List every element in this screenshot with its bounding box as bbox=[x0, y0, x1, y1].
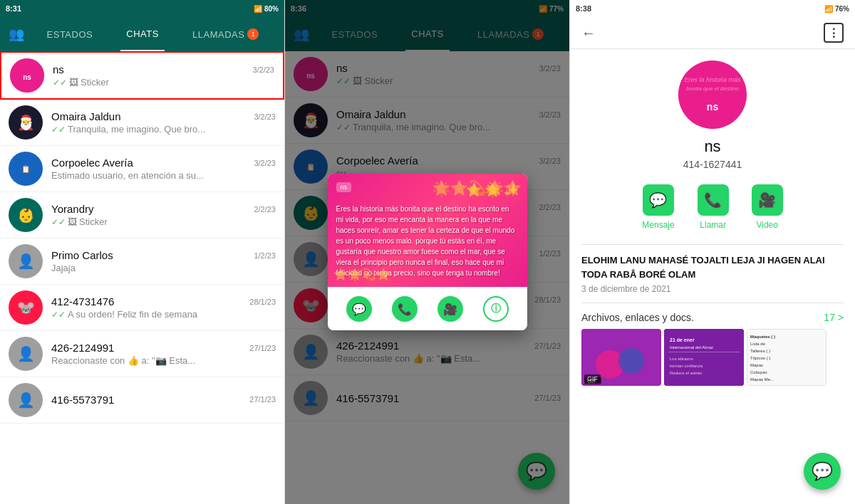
profile-message-label: Mensaje bbox=[642, 220, 674, 230]
profile-message-action[interactable]: 💬 Mensaje bbox=[642, 184, 674, 230]
profile-actions: 💬 Mensaje 📞 Llamar 🎥 Video bbox=[642, 184, 782, 230]
tab-estados-1[interactable]: Estados bbox=[41, 17, 99, 51]
svg-text:Internacional del Abraz: Internacional del Abraz bbox=[670, 345, 713, 350]
svg-rect-17 bbox=[668, 352, 740, 352]
svg-text:Mapas: Mapas bbox=[750, 363, 763, 367]
svg-text:forman confianza: forman confianza bbox=[670, 364, 703, 368]
sticker-icon-1: 🖼 bbox=[69, 77, 78, 88]
contact-popup: ns ⭐🌟✨ Eres la historia más bonita que e… bbox=[328, 174, 527, 330]
modal-message-icon: 💬 bbox=[346, 296, 372, 322]
avatar-omaira-1: 🎅 bbox=[9, 105, 43, 140]
profile-phone: 414-1627441 bbox=[683, 159, 742, 170]
panel-chats-2: 8:36 📶 77% 👥 Estados Chats Llamadas 1 ns bbox=[285, 0, 570, 504]
svg-text:ns: ns bbox=[23, 73, 31, 81]
modal-info-icon: ⓘ bbox=[483, 296, 509, 322]
tab-llamadas-1[interactable]: Llamadas 1 bbox=[187, 17, 264, 51]
more-options-button[interactable]: ⋮ bbox=[824, 23, 844, 43]
chat-name-412-1: 412-4731476 bbox=[51, 295, 114, 308]
modal-info-btn[interactable]: ⓘ bbox=[483, 296, 509, 322]
profile-call-label: Llamar bbox=[700, 220, 726, 230]
svg-text:Reduce el estrés: Reduce el estrés bbox=[670, 371, 702, 375]
chat-item-ns-1[interactable]: ns ns 3/2/23 ✓✓ 🖼 Sticker bbox=[0, 51, 284, 100]
modal-video-icon: 🎥 bbox=[437, 296, 463, 322]
pinned-message-section: ELOHIM LANU MAHASÉ TOJALTI LEJA JI HAGEN… bbox=[581, 245, 844, 303]
battery-icon-1: 80% bbox=[264, 5, 279, 13]
profile-avatar: ns Eres la historia más bonita que el de… bbox=[678, 61, 747, 129]
svg-text:Talleres ( ): Talleres ( ) bbox=[750, 349, 770, 353]
modal-call-btn[interactable]: 📞 bbox=[392, 296, 418, 322]
chat-item-corp-1[interactable]: 📋 Corpoelec Avería 3/2/23 Estimado usuar… bbox=[0, 146, 284, 192]
chat-content-ns-1: ns 3/2/23 ✓✓ 🖼 Sticker bbox=[53, 63, 274, 88]
avatar-ns-1: ns bbox=[10, 58, 44, 93]
status-time-3: 8:38 bbox=[576, 4, 591, 13]
media-section: Archivos, enlaces y docs. 17 > GIF GIF G… bbox=[581, 303, 844, 394]
profile-message-icon: 💬 bbox=[643, 184, 674, 216]
media-thumb-2[interactable]: 21 de ener Internacional del Abraz Los a… bbox=[664, 329, 744, 386]
chat-name-ns-1: ns bbox=[53, 63, 64, 75]
nav-tabs-1: Estados Chats Llamadas 1 bbox=[30, 17, 276, 51]
modal-message-btn[interactable]: 💬 bbox=[346, 296, 372, 322]
svg-text:Mapas Me...: Mapas Me... bbox=[750, 377, 774, 382]
svg-text:21 de ener: 21 de ener bbox=[670, 337, 695, 342]
battery-icon-3: 76% bbox=[835, 5, 849, 13]
panel-chats-1: 8:31 📶 80% 👥 Estados Chats Llamadas 1 bbox=[0, 0, 285, 504]
svg-text:Los abrazos: Los abrazos bbox=[670, 357, 693, 361]
svg-text:Lista de: Lista de bbox=[750, 342, 766, 346]
back-button[interactable]: ← bbox=[581, 25, 596, 41]
media-count[interactable]: 17 > bbox=[824, 312, 844, 323]
tab-chats-1[interactable]: Chats bbox=[120, 17, 165, 51]
check-ns-1: ✓✓ bbox=[53, 78, 67, 88]
chat-name-omaira-1: Omaira Jaldun bbox=[51, 110, 121, 122]
svg-point-4 bbox=[678, 61, 747, 129]
modal-call-icon: 📞 bbox=[392, 296, 418, 322]
svg-text:Coloquio: Coloquio bbox=[750, 370, 767, 374]
avatar-416-1: 👤 bbox=[9, 383, 43, 417]
nav-bar-1: 👥 Estados Chats Llamadas 1 bbox=[0, 17, 284, 51]
pinned-message-text: ELOHIM LANU MAHASÉ TOJALTI LEJA JI HAGEN… bbox=[581, 253, 844, 281]
pinned-message-date: 3 de diciembre de 2021 bbox=[581, 284, 844, 294]
avatar-primo-1: 👤 bbox=[9, 244, 43, 278]
chat-item-omaira-1[interactable]: 🎅 Omaira Jaldun 3/2/23 ✓✓ Tranquila, me … bbox=[0, 100, 284, 146]
contacts-icon-1[interactable]: 👥 bbox=[9, 26, 24, 42]
modal-image: ns ⭐🌟✨ Eres la historia más bonita que e… bbox=[328, 174, 527, 287]
media-thumb-3[interactable]: Maquetes ( ) Lista de Talleres ( ) Tópic… bbox=[747, 329, 826, 386]
status-icons-3: 📶 76% bbox=[824, 5, 849, 13]
chat-item-426-1[interactable]: 👤 426-2124991 27/1/23 Reaccionaste con 👍… bbox=[0, 331, 284, 377]
profile-video-label: Video bbox=[756, 220, 777, 230]
modal-video-btn[interactable]: 🎥 bbox=[437, 296, 463, 322]
chat-date-ns-1: 3/2/23 bbox=[252, 65, 274, 74]
avatar-412-1: 🐭 bbox=[9, 290, 43, 325]
profile-name: ns bbox=[704, 137, 720, 156]
profile-video-icon: 🎥 bbox=[752, 184, 783, 216]
status-bar-3: 8:38 📶 76% bbox=[570, 0, 855, 17]
svg-text:Eres la historia más: Eres la historia más bbox=[684, 76, 741, 83]
contact-popup-overlay[interactable]: ns ⭐🌟✨ Eres la historia más bonita que e… bbox=[285, 0, 569, 504]
chat-item-416-1[interactable]: 👤 416-5573791 27/1/23 bbox=[0, 377, 284, 424]
profile-nav: ← ⋮ bbox=[570, 17, 855, 49]
avatar-426-1: 👤 bbox=[9, 337, 43, 371]
chat-list-1: ns ns 3/2/23 ✓✓ 🖼 Sticker 🎅 Omaira bbox=[0, 51, 284, 504]
chat-name-primo-1: Primo Carlos bbox=[51, 249, 113, 261]
svg-text:Tópicos ( ): Tópicos ( ) bbox=[750, 356, 770, 360]
chat-name-yorandry-1: Yorandry bbox=[51, 203, 94, 215]
avatar-corp-1: 📋 bbox=[9, 152, 43, 186]
gif-badge: GIF bbox=[584, 374, 601, 383]
status-icons-1: 📶 80% bbox=[254, 5, 279, 13]
profile-content: ns Eres la historia más bonita que el de… bbox=[570, 49, 855, 504]
profile-call-action[interactable]: 📞 Llamar bbox=[698, 184, 729, 230]
chat-item-yorandry-1[interactable]: 👶 Yorandry 2/2/23 ✓✓ 🖼 Sticker bbox=[0, 192, 284, 238]
chat-name-416-1: 416-5573791 bbox=[51, 394, 114, 406]
chat-preview-ns-1: ✓✓ 🖼 Sticker bbox=[53, 77, 274, 88]
chat-name-426-1: 426-2124991 bbox=[51, 342, 114, 354]
svg-point-10 bbox=[618, 348, 644, 374]
chat-item-primo-1[interactable]: 👤 Primo Carlos 1/2/23 Jajaja bbox=[0, 238, 284, 285]
chat-item-412-1[interactable]: 🐭 412-4731476 28/1/23 ✓✓ A su orden! Fel… bbox=[0, 285, 284, 331]
media-grid: GIF GIF GIF 21 de ener Internacional del… bbox=[581, 329, 844, 386]
signal-icon-1: 📶 bbox=[254, 5, 262, 13]
signal-icon-3: 📶 bbox=[824, 5, 833, 13]
svg-text:bonita que el destino: bonita que el destino bbox=[686, 85, 739, 92]
media-thumb-1[interactable]: GIF GIF GIF bbox=[581, 329, 661, 386]
profile-video-action[interactable]: 🎥 Video bbox=[752, 184, 783, 230]
panel-profile: 8:38 📶 76% ← ⋮ ns Eres la historia más b… bbox=[570, 0, 855, 504]
modal-sender-label: ns bbox=[336, 182, 352, 192]
